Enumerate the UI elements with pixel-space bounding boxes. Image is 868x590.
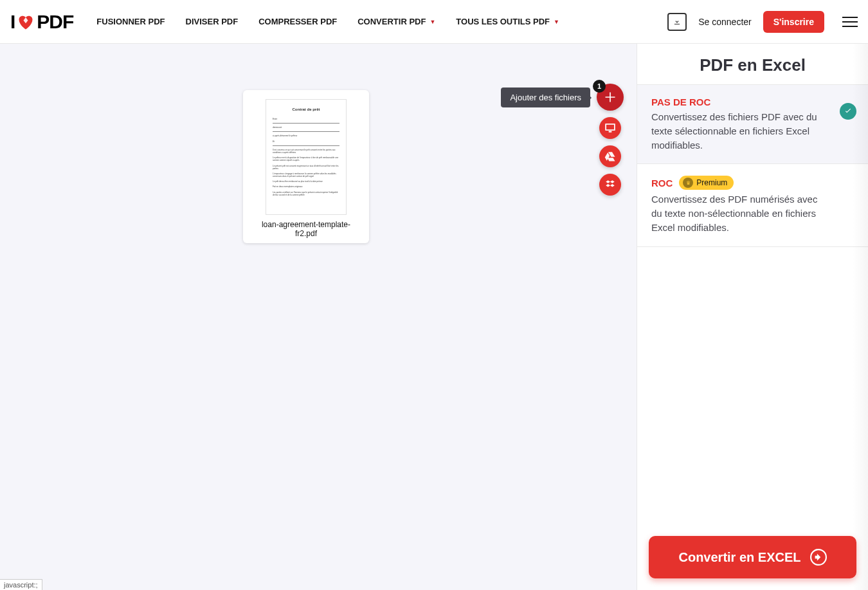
monitor-icon: [604, 122, 616, 134]
dropbox-icon: [604, 179, 616, 190]
option-ocr-title-text: ROC: [651, 178, 673, 189]
logo[interactable]: I PDF: [10, 11, 73, 33]
workspace: Contrat de prêt Entre demeurant ci-après…: [0, 44, 637, 590]
svg-rect-1: [609, 131, 612, 133]
nav-compress-label: COMPRESSER PDF: [258, 17, 337, 26]
file-card[interactable]: Contrat de prêt Entre demeurant ci-après…: [243, 90, 369, 243]
upload-gdrive-button[interactable]: [599, 145, 621, 167]
nav-split-label: DIVISER PDF: [186, 17, 239, 26]
premium-label: Premium: [696, 178, 727, 187]
option-no-ocr-desc: Convertissez des fichiers PDF avec du te…: [651, 110, 854, 152]
arrow-right-circle-icon: [810, 549, 827, 566]
nav-convert-label: CONVERTIR PDF: [357, 17, 426, 26]
file-name: loan-agreement-template-fr2.pdf: [251, 220, 361, 238]
nav-all-label: TOUS LES OUTILS PDF: [456, 17, 550, 26]
convert-button-label: Convertir en EXCEL: [678, 550, 800, 565]
main-nav: FUSIONNER PDF DIVISER PDF COMPRESSER PDF…: [96, 17, 667, 26]
file-preview: Contrat de prêt Entre demeurant ci-après…: [266, 99, 347, 215]
premium-badge: ♛ Premium: [679, 176, 734, 190]
doc-title: Contrat de prêt: [273, 107, 339, 111]
header: I PDF FUSIONNER PDF DIVISER PDF COMPRESS…: [0, 0, 868, 44]
upload-dropbox-button[interactable]: [599, 174, 621, 196]
menu-icon[interactable]: [842, 17, 858, 27]
svg-rect-0: [606, 124, 615, 130]
nav-split[interactable]: DIVISER PDF: [186, 17, 239, 26]
option-no-ocr-title: PAS DE ROC: [651, 97, 854, 107]
plus-icon: [604, 91, 617, 104]
selected-check-icon: [840, 103, 856, 120]
option-ocr-desc: Convertissez des PDF numérisés avec du t…: [651, 192, 854, 234]
nav-convert[interactable]: CONVERTIR PDF▼: [357, 17, 435, 26]
crown-icon: ♛: [683, 178, 693, 188]
upload-device-button[interactable]: [599, 117, 621, 139]
logo-text-right: PDF: [37, 11, 73, 33]
heart-icon: [17, 14, 35, 30]
option-no-ocr[interactable]: PAS DE ROC Convertissez des fichiers PDF…: [637, 85, 868, 164]
gdrive-icon: [604, 151, 616, 162]
sidebar-title: PDF en Excel: [637, 44, 868, 85]
fab-column: 1: [597, 84, 624, 196]
option-ocr[interactable]: ROC ♛ Premium Convertissez des PDF numér…: [637, 164, 868, 246]
file-count-badge: 1: [593, 80, 606, 93]
login-link[interactable]: Se connecter: [698, 17, 752, 27]
logo-text-left: I: [10, 11, 15, 33]
header-right: Se connecter S'inscrire: [667, 11, 858, 33]
caret-down-icon: ▼: [429, 19, 435, 25]
add-files-tooltip: Ajouter des fichiers: [501, 88, 590, 107]
option-ocr-title: ROC ♛ Premium: [651, 176, 854, 190]
convert-button[interactable]: Convertir en EXCEL: [649, 536, 856, 578]
caret-down-icon: ▼: [554, 19, 559, 25]
add-files-button[interactable]: 1: [597, 84, 624, 111]
nav-merge[interactable]: FUSIONNER PDF: [96, 17, 165, 26]
sidebar: PDF en Excel PAS DE ROC Convertissez des…: [637, 44, 868, 590]
status-text: javascript:;: [0, 579, 42, 590]
download-desktop-icon[interactable]: [667, 13, 687, 31]
convert-button-wrap: Convertir en EXCEL: [637, 524, 868, 590]
nav-compress[interactable]: COMPRESSER PDF: [258, 17, 337, 26]
nav-merge-label: FUSIONNER PDF: [96, 17, 165, 26]
signup-button[interactable]: S'inscrire: [763, 11, 824, 33]
nav-all-tools[interactable]: TOUS LES OUTILS PDF▼: [456, 17, 559, 26]
